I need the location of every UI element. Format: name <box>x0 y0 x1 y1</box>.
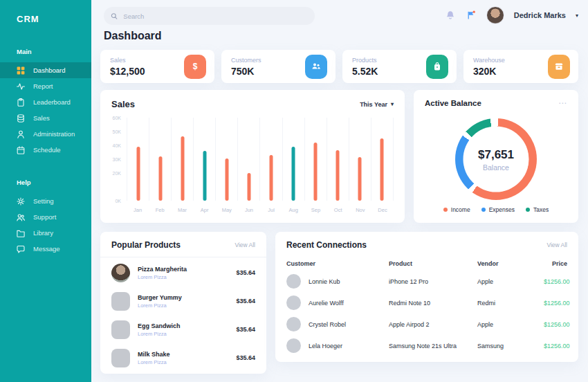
user-name[interactable]: Dedrick Marks <box>514 11 566 19</box>
x-tick-label: Jul <box>260 207 282 213</box>
product-name: Pizza Margherita <box>138 266 236 273</box>
chevron-down-icon[interactable]: ▾ <box>576 12 578 19</box>
product-subtitle: Lorem Pizza <box>138 302 236 309</box>
dollar-icon: $ <box>184 55 206 79</box>
table-row[interactable]: Aurelie Wolff Redmi Note 10 Redmi $1256.… <box>286 292 567 313</box>
list-item[interactable]: Egg SandwichLorem Pizza $35.64 <box>100 316 266 343</box>
sidebar-item-support[interactable]: Support <box>0 209 91 225</box>
product-cell: Samsung Note 21s Ultra <box>389 343 477 349</box>
product-price: $35.64 <box>236 354 255 361</box>
product-cell: iPhone 12 Pro <box>389 278 477 285</box>
sidebar-section-main: Main <box>0 48 91 55</box>
price-cell: $1256.00 <box>544 300 570 307</box>
people-icon <box>17 213 25 221</box>
sidebar-item-administration[interactable]: Administration <box>0 126 91 142</box>
column-header-customer: Customer <box>286 260 389 267</box>
table-row[interactable]: Lela Hoeger Samsung Note 21s Ultra Samsu… <box>286 335 567 356</box>
customer-name: Crystel Robel <box>309 321 346 328</box>
notification-bell-icon[interactable] <box>445 10 456 21</box>
list-item[interactable]: Burger YummyLorem Pizza $35.64 <box>100 288 266 314</box>
balance-donut-chart: $7,651 Balance <box>455 118 537 200</box>
vendor-cell: Apple <box>477 278 544 285</box>
stat-card-sales: Sales $12,500 $ <box>100 50 214 83</box>
sidebar-item-label: Dashboard <box>33 66 65 74</box>
stat-label: Products <box>352 57 378 64</box>
legend-expenses: Expenses <box>481 206 515 213</box>
chart-column <box>349 118 371 201</box>
main-nav: Dashboard Report Leaderboard Sales Admin… <box>0 62 91 158</box>
chart-bar <box>380 138 384 201</box>
chart-bar <box>314 143 318 201</box>
product-subtitle: Lorem Pizza <box>138 359 236 365</box>
x-tick-label: May <box>216 207 238 213</box>
x-tick-label: Oct <box>327 207 349 213</box>
more-menu-icon[interactable]: ⋯ <box>558 101 567 105</box>
sidebar-item-label: Message <box>33 245 60 253</box>
product-subtitle: Lorem Pizza <box>138 274 236 280</box>
product-name: Egg Sandwich <box>138 322 236 329</box>
product-image <box>111 320 130 339</box>
activity-icon <box>17 82 25 91</box>
list-item[interactable]: Milk ShakeLorem Pizza $35.64 <box>100 345 266 371</box>
chart-column <box>171 118 193 201</box>
product-price: $35.64 <box>236 269 255 276</box>
view-all-link[interactable]: View All <box>546 242 567 248</box>
sidebar-item-library[interactable]: Library <box>0 225 91 241</box>
stat-card-warehouse: Warehouse 320K <box>463 50 578 83</box>
chart-bar <box>225 158 228 201</box>
donut-legend: Income Expenses Taxes <box>414 206 578 213</box>
vendor-cell: Redmi <box>477 300 544 307</box>
chart-bar <box>136 147 140 201</box>
year-filter-dropdown[interactable]: This Year ▾ <box>360 101 394 108</box>
sidebar-item-leaderboard[interactable]: Leaderboard <box>0 94 91 110</box>
popular-products-card: Popular Products View All Pizza Margheri… <box>100 232 266 374</box>
view-all-link[interactable]: View All <box>235 242 255 248</box>
legend-taxes: Taxes <box>526 206 549 213</box>
sidebar-item-setting[interactable]: Setting <box>0 193 91 209</box>
product-name: Milk Shake <box>138 351 236 358</box>
y-tick-label: 30K <box>113 157 121 162</box>
product-image <box>111 349 130 367</box>
search-bar[interactable] <box>104 7 315 25</box>
chart-column <box>193 118 215 201</box>
sidebar-item-dashboard[interactable]: Dashboard <box>0 62 91 78</box>
product-cell: Redmi Note 10 <box>389 300 477 307</box>
stat-label: Sales <box>110 57 145 64</box>
chart-column <box>327 118 349 201</box>
flag-icon[interactable] <box>466 10 477 21</box>
database-icon <box>17 114 25 122</box>
x-tick-label: Aug <box>282 207 304 213</box>
stat-label: Warehouse <box>473 57 505 64</box>
sidebar-item-schedule[interactable]: Schedule <box>0 142 91 158</box>
sidebar-item-report[interactable]: Report <box>0 78 91 94</box>
x-tick-label: Sep <box>304 207 327 213</box>
vendor-cell: Samsung <box>477 343 544 349</box>
y-tick-label: 20K <box>113 171 121 176</box>
sidebar-item-sales[interactable]: Sales <box>0 110 91 126</box>
active-balance-card: Active Balance ⋯ $7,651 Balance Income E… <box>414 90 578 223</box>
sidebar-section-help: Help <box>0 179 91 186</box>
x-tick-label: Apr <box>194 207 216 213</box>
table-row[interactable]: Crystel Robel Apple Airpod 2 Apple $1256… <box>286 313 567 335</box>
chart-y-axis: 60K50K40K30K20K0K <box>106 118 124 201</box>
legend-dot <box>526 208 530 212</box>
x-tick-label: Nov <box>349 207 371 213</box>
grid-icon <box>17 66 25 75</box>
recent-connections-title: Recent Connections <box>286 240 367 250</box>
calendar-icon <box>17 146 25 154</box>
avatar[interactable] <box>486 6 504 24</box>
user-icon <box>17 130 25 138</box>
avatar <box>286 295 301 310</box>
legend-dot <box>481 208 486 212</box>
search-input[interactable] <box>123 12 308 20</box>
product-name: Burger Yummy <box>138 294 236 301</box>
sidebar-item-message[interactable]: Message <box>0 241 91 257</box>
list-item[interactable]: Pizza MargheritaLorem Pizza $35.64 <box>100 260 266 286</box>
chart-column <box>127 118 149 201</box>
column-header-product: Product <box>389 260 477 267</box>
sales-chart-card: Sales This Year ▾ 60K50K40K30K20K0K JanF… <box>100 90 405 223</box>
table-row[interactable]: Lonnie Kub iPhone 12 Pro Apple $1256.00 <box>286 271 567 292</box>
stat-value: 320K <box>473 66 505 77</box>
page-title: Dashboard <box>104 30 162 42</box>
customer-name: Lela Hoeger <box>309 343 342 349</box>
